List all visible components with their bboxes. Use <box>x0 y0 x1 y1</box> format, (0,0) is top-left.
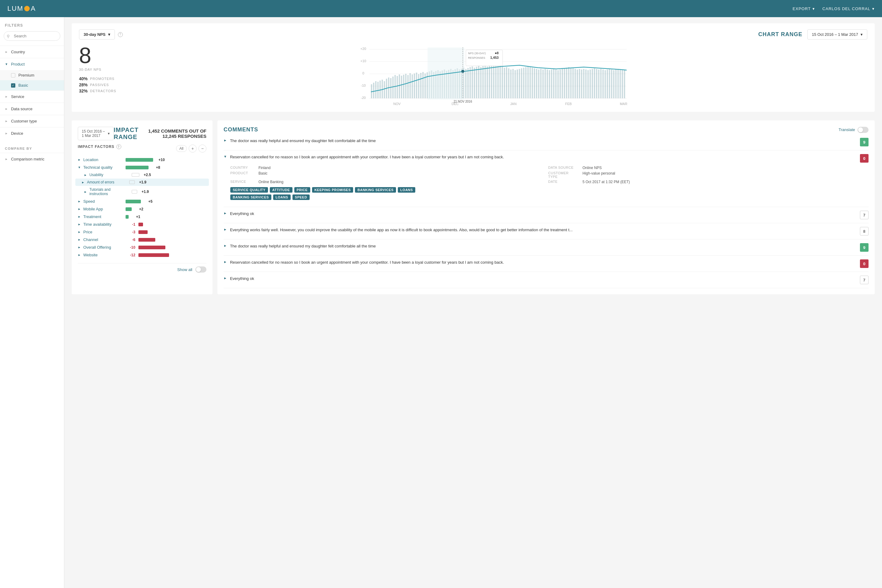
svg-rect-60 <box>467 68 469 98</box>
comment-chevron-icon[interactable]: ► <box>224 228 227 231</box>
remove-factor-button[interactable]: − <box>198 144 206 153</box>
search-icon: ⚲ <box>7 34 10 38</box>
sidebar-item-service[interactable]: ► Service <box>0 90 64 103</box>
comment-score: 0 <box>860 154 868 163</box>
basic-checkbox[interactable]: ✓ <box>11 83 15 88</box>
sidebar-item-country[interactable]: ► Country <box>0 46 64 58</box>
tag: BANKING SERVICES <box>355 187 396 193</box>
filters-title: FILTERS <box>0 23 64 31</box>
comment-tags-2: BANKING SERVICES LOANS SPEED <box>230 195 868 200</box>
svg-rect-122 <box>600 69 602 98</box>
comment-item: ▼ Reservaton cancelled for no reason so … <box>224 150 868 207</box>
impact-help-icon[interactable]: ? <box>116 144 121 149</box>
svg-rect-16 <box>373 82 374 98</box>
comment-chevron-icon[interactable]: ► <box>224 244 227 248</box>
comment-score: 9 <box>860 243 868 252</box>
svg-rect-77 <box>504 68 505 98</box>
tag: PRICE <box>294 187 310 193</box>
chart-range-dropdown[interactable]: 15 Oct 2016 – 1 Mar 2017 ▾ <box>807 29 867 39</box>
factor-speed[interactable]: ► Speed +5 <box>78 198 206 205</box>
filter-premium[interactable]: Premium <box>0 70 64 80</box>
svg-rect-62 <box>472 66 473 98</box>
comments-header: COMMENTS Translate <box>224 126 868 133</box>
svg-rect-112 <box>579 69 580 98</box>
chevron-down-icon: ▾ <box>108 131 110 136</box>
export-button[interactable]: EXPORT ▾ <box>793 6 815 11</box>
header-right: EXPORT ▾ CARLOS DEL CORRAL ▾ <box>793 6 874 11</box>
comment-top: ► The doctor was really helpful and ensu… <box>224 138 868 146</box>
chevron-down-icon: ▾ <box>861 32 863 37</box>
factor-usability[interactable]: ► Usability +2.5 <box>78 171 206 178</box>
nps-dropdown[interactable]: 30-day NPS ▾ <box>79 29 115 39</box>
svg-text:JAN: JAN <box>510 102 516 106</box>
comment-chevron-icon[interactable]: ► <box>224 212 227 215</box>
svg-rect-75 <box>500 65 501 98</box>
svg-rect-74 <box>497 64 499 98</box>
comment-meta: COUNTRY Finland DATA SOURCE Online NPS P… <box>230 166 868 184</box>
svg-text:-10: -10 <box>361 84 366 87</box>
sidebar-item-customertype[interactable]: ► Customer type <box>0 115 64 127</box>
factor-tutorials[interactable]: ► Tutorials and instructions +1.9 <box>78 186 206 198</box>
impact-date-dropdown[interactable]: 15 Oct 2016 – 1 Mar 2017 ▾ <box>78 127 114 140</box>
show-all-toggle[interactable] <box>195 266 206 273</box>
svg-rect-105 <box>564 68 565 98</box>
factor-technical[interactable]: ▼ Technical quality +8 <box>78 164 206 171</box>
factor-errors[interactable]: ► Amount of errors +1.9 <box>75 178 209 186</box>
svg-rect-15 <box>371 84 372 98</box>
factor-overall[interactable]: ► Overall Offering -10 <box>78 243 206 251</box>
comment-chevron-icon[interactable]: ► <box>224 276 227 280</box>
detractors-stat: 32% DETRACTORS <box>79 88 116 93</box>
sidebar-item-device[interactable]: ► Device <box>0 127 64 140</box>
svg-rect-98 <box>549 70 550 98</box>
comment-score: 8 <box>860 227 868 236</box>
svg-rect-123 <box>602 69 604 98</box>
svg-rect-59 <box>465 69 466 98</box>
sidebar-item-product[interactable]: ▼ Product <box>0 58 64 70</box>
premium-checkbox[interactable] <box>11 73 15 78</box>
svg-text:NPS (30-DAY): NPS (30-DAY) <box>468 52 486 55</box>
svg-rect-113 <box>581 69 582 98</box>
nps-score: 8 <box>79 44 116 66</box>
translate-toggle[interactable] <box>858 127 868 133</box>
main-layout: FILTERS ⚲ ► Country ▼ Product Premium ✓ … <box>0 17 882 588</box>
comment-chevron-icon[interactable]: ► <box>224 138 227 142</box>
comment-chevron-icon[interactable]: ▼ <box>224 154 227 158</box>
chart-svg: +20 +10 0 -10 -20 NOV DEC <box>123 44 867 106</box>
sidebar-item-comparison[interactable]: ► Comparison metric <box>0 153 64 165</box>
svg-text:RESPONSES: RESPONSES <box>468 56 485 59</box>
factor-mobileapp[interactable]: ► Mobile App +2 <box>78 205 206 213</box>
svg-rect-120 <box>596 69 597 98</box>
factor-channel[interactable]: ► Channel -6 <box>78 236 206 243</box>
user-menu-button[interactable]: CARLOS DEL CORRAL ▾ <box>822 6 874 11</box>
svg-rect-76 <box>502 66 503 98</box>
factor-website[interactable]: ► Website -12 <box>78 251 206 259</box>
svg-text:+10: +10 <box>360 59 366 63</box>
factor-timeavail[interactable]: ► Time availability -1 <box>78 220 206 228</box>
svg-rect-104 <box>562 69 563 98</box>
tag: LOANS <box>398 187 415 193</box>
svg-rect-129 <box>615 69 616 98</box>
comment-score: 7 <box>860 276 868 284</box>
svg-rect-97 <box>547 69 548 98</box>
show-all-label[interactable]: Show all <box>177 267 192 272</box>
search-input[interactable] <box>4 31 60 41</box>
comment-chevron-icon[interactable]: ► <box>224 260 227 264</box>
help-icon[interactable]: ? <box>118 32 123 37</box>
comments-title: COMMENTS <box>224 126 258 133</box>
all-filter-button[interactable]: All <box>176 145 187 152</box>
svg-rect-90 <box>532 68 533 98</box>
factor-treatment[interactable]: ► Treatment +1 <box>78 213 206 220</box>
factor-location[interactable]: ► Location +10 <box>78 156 206 164</box>
svg-rect-99 <box>551 69 552 98</box>
sidebar-item-datasource[interactable]: ► Data source <box>0 103 64 115</box>
sidebar: FILTERS ⚲ ► Country ▼ Product Premium ✓ … <box>0 17 64 588</box>
add-factor-button[interactable]: + <box>189 144 196 153</box>
compare-section: COMPARE BY ► Comparison metric <box>0 144 64 168</box>
svg-rect-85 <box>521 68 522 98</box>
svg-rect-84 <box>519 69 520 98</box>
comment-item: ► Everything ok 7 <box>224 207 868 223</box>
speed-bar <box>126 200 141 203</box>
filter-basic[interactable]: ✓ Basic <box>0 80 64 90</box>
svg-rect-38 <box>420 73 422 98</box>
factor-price[interactable]: ► Price -3 <box>78 228 206 236</box>
